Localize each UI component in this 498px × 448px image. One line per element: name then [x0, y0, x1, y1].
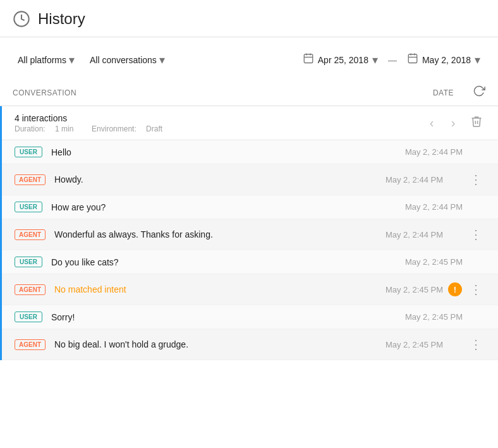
message-row: AGENTHowdy.May 2, 2:44 PM⋮	[2, 164, 498, 195]
svg-rect-1	[304, 54, 313, 63]
conversation-chevron-icon: ▾	[159, 53, 165, 67]
message-date: May 2, 2:45 PM	[386, 340, 443, 349]
calendar-from-icon	[303, 52, 314, 67]
date-separator: —	[388, 55, 397, 65]
page-header: History	[0, 0, 498, 37]
message-row: USERDo you like cats?May 2, 2:45 PM	[2, 250, 498, 274]
message-date: May 2, 2:45 PM	[386, 285, 443, 294]
col-date-label: Date	[433, 88, 454, 97]
environment-value: Draft	[146, 124, 162, 133]
group-title: 4 interactions	[15, 113, 422, 123]
date-from-picker[interactable]: Apr 25, 2018 ▾	[298, 49, 383, 71]
role-badge-user: USER	[15, 257, 42, 267]
role-badge-user: USER	[15, 312, 42, 322]
warn-icon: !	[448, 282, 462, 296]
more-options-button[interactable]: ⋮	[467, 336, 485, 353]
next-button[interactable]: ›	[444, 114, 463, 133]
calendar-to-icon	[407, 52, 418, 67]
history-icon	[13, 10, 30, 28]
refresh-button[interactable]	[473, 85, 485, 100]
messages-container: USERHelloMay 2, 2:44 PMAGENTHowdy.May 2,…	[2, 140, 498, 360]
duration-label: Duration:	[15, 124, 46, 133]
role-badge-agent: AGENT	[15, 229, 46, 240]
message-date: May 2, 2:44 PM	[386, 230, 443, 239]
environment-label: Environment:	[92, 124, 137, 133]
conversation-filter-label: All conversations	[90, 55, 157, 65]
message-row: AGENTNo big deal. I won't hold a grudge.…	[2, 329, 498, 360]
conversation-group: 4 interactions Duration: 1 min Environme…	[0, 106, 498, 360]
role-badge-agent: AGENT	[15, 284, 46, 295]
group-meta: Duration: 1 min Environment: Draft	[15, 124, 422, 133]
message-text: No big deal. I won't hold a grudge.	[54, 339, 378, 349]
delete-button[interactable]	[468, 112, 485, 133]
group-info: 4 interactions Duration: 1 min Environme…	[15, 113, 422, 133]
message-text: Do you like cats?	[51, 257, 398, 267]
filters-bar: All platforms ▾ All conversations ▾ Apr …	[0, 37, 498, 80]
group-header: 4 interactions Duration: 1 min Environme…	[2, 106, 498, 140]
message-date: May 2, 2:44 PM	[386, 175, 443, 185]
more-options-button[interactable]: ⋮	[467, 171, 485, 188]
date-to-value: May 2, 2018	[422, 55, 471, 65]
message-row: USERHelloMay 2, 2:44 PM	[2, 140, 498, 164]
role-badge-user: USER	[15, 147, 42, 157]
message-date: May 2, 2:45 PM	[405, 257, 463, 267]
message-date: May 2, 2:44 PM	[405, 147, 463, 157]
role-badge-user: USER	[15, 202, 42, 212]
message-text: Howdy.	[54, 174, 378, 185]
group-nav: ‹ ›	[422, 112, 485, 133]
message-text: Hello	[51, 147, 398, 157]
more-options-button[interactable]: ⋮	[467, 281, 485, 298]
message-date: May 2, 2:44 PM	[405, 202, 463, 212]
date-from-value: Apr 25, 2018	[318, 55, 368, 65]
message-row: USERHow are you?May 2, 2:44 PM	[2, 195, 498, 219]
date-to-picker[interactable]: May 2, 2018 ▾	[402, 49, 485, 71]
svg-rect-5	[408, 54, 417, 63]
col-conversation-label: Conversation	[13, 88, 433, 97]
message-date: May 2, 2:45 PM	[405, 312, 463, 322]
platform-chevron-icon: ▾	[69, 53, 75, 67]
date-from-chevron-icon: ▾	[372, 53, 378, 67]
prev-button[interactable]: ‹	[422, 114, 441, 133]
message-text: No matched intent	[54, 284, 378, 294]
platform-filter[interactable]: All platforms ▾	[13, 49, 80, 71]
date-filter-group: Apr 25, 2018 ▾ — May 2, 2018 ▾	[298, 49, 485, 71]
message-text: Sorry!	[51, 312, 398, 322]
more-options-button[interactable]: ⋮	[467, 226, 485, 243]
conversation-filter[interactable]: All conversations ▾	[85, 49, 170, 71]
role-badge-agent: AGENT	[15, 339, 46, 350]
message-row: AGENTNo matched intentMay 2, 2:45 PM!⋮	[2, 274, 498, 305]
role-badge-agent: AGENT	[15, 174, 46, 185]
page-title: History	[38, 10, 85, 28]
message-row: AGENTWonderful as always. Thanks for ask…	[2, 219, 498, 250]
message-text: How are you?	[51, 202, 398, 212]
message-text: Wonderful as always. Thanks for asking.	[54, 229, 378, 239]
duration-value: 1 min	[55, 124, 73, 133]
platform-filter-label: All platforms	[18, 55, 66, 65]
date-to-chevron-icon: ▾	[475, 53, 480, 67]
table-header: Conversation Date	[0, 80, 498, 106]
message-row: USERSorry!May 2, 2:45 PM	[2, 305, 498, 329]
